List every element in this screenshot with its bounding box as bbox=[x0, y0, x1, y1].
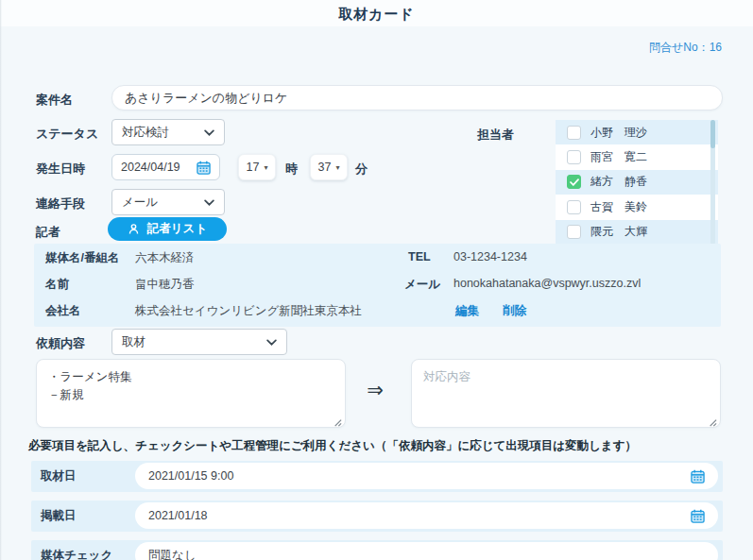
checklist-row-media-check: 媒体チェック 問題なし bbox=[31, 540, 723, 560]
assignees-label: 担当者 bbox=[477, 127, 514, 144]
request-detail-wrap: ・ラーメン特集 －新規 bbox=[36, 359, 346, 428]
occurred-date-input[interactable]: 2024/04/19 bbox=[111, 154, 220, 180]
assignee-name: 古賀 美鈴 bbox=[590, 199, 647, 215]
media-name-label: 媒体名/番組名 bbox=[45, 250, 119, 266]
assignee-name: 隈元 大輝 bbox=[590, 224, 647, 240]
calendar-icon[interactable] bbox=[691, 469, 705, 484]
coverage-date-label: 取材日 bbox=[41, 461, 77, 492]
publish-date-input[interactable]: 2021/01/18 bbox=[135, 502, 718, 529]
minute-value: 37 bbox=[318, 161, 332, 174]
assignee-name: 雨宮 寛二 bbox=[590, 149, 647, 165]
resize-handle-icon[interactable] bbox=[332, 414, 342, 424]
hour-value: 17 bbox=[247, 161, 260, 174]
minute-unit-label: 分 bbox=[355, 161, 368, 178]
company-name-label: 会社名 bbox=[45, 303, 81, 319]
chevron-down-icon bbox=[204, 195, 214, 209]
request-detail-textarea[interactable]: ・ラーメン特集 －新規 bbox=[36, 359, 346, 428]
checklist-note: 必要項目を記入し、チェックシートや工程管理にご利用ください（「依頼内容」に応じて… bbox=[28, 438, 637, 454]
reporter-label: 記者 bbox=[36, 224, 60, 241]
occurred-at-label: 発生日時 bbox=[36, 161, 85, 178]
response-detail-wrap bbox=[411, 359, 721, 428]
request-type-label: 依頼内容 bbox=[36, 335, 85, 352]
checkbox[interactable] bbox=[567, 150, 581, 164]
page-title: 取材カード bbox=[0, 6, 753, 24]
email-label: メール bbox=[404, 277, 440, 293]
chevron-down-icon bbox=[266, 335, 277, 348]
coverage-date-input[interactable]: 2021/01/15 9:00 bbox=[135, 463, 718, 489]
chevron-down-icon bbox=[204, 126, 214, 139]
dropdown-arrow-icon: ▾ bbox=[335, 163, 339, 172]
media-check-input[interactable]: 問題なし bbox=[135, 542, 718, 560]
assignee-row-4[interactable]: 隈元 大輝 bbox=[556, 220, 718, 245]
tel-value: 03-1234-1234 bbox=[454, 250, 527, 263]
arrow-right-icon: ⇒ bbox=[359, 379, 391, 401]
contact-method-value: メール bbox=[122, 195, 158, 211]
publish-date-value: 2021/01/18 bbox=[148, 509, 208, 522]
inquiry-number: 問合せNo：16 bbox=[649, 40, 722, 56]
edit-link[interactable]: 編集 bbox=[455, 303, 479, 319]
hour-unit-label: 時 bbox=[285, 161, 298, 178]
checklist-row-coverage-date: 取材日 2021/01/15 9:00 bbox=[31, 461, 723, 492]
tel-label: TEL bbox=[408, 250, 431, 263]
checkbox[interactable] bbox=[567, 225, 581, 239]
request-type-select[interactable]: 取材 bbox=[111, 329, 287, 355]
contact-method-select[interactable]: メール bbox=[111, 189, 225, 215]
hour-select[interactable]: 17 ▾ bbox=[238, 154, 276, 180]
checkbox[interactable] bbox=[567, 126, 581, 140]
minute-select[interactable]: 37 ▾ bbox=[310, 154, 348, 180]
media-info-panel: 媒体名/番組名 六本木経済 名前 畠中穂乃香 会社名 株式会社セイウンリビング新… bbox=[34, 244, 721, 327]
person-name-label: 名前 bbox=[45, 277, 69, 293]
coverage-date-value: 2021/01/15 9:00 bbox=[148, 469, 233, 483]
media-name-value: 六本木経済 bbox=[135, 250, 195, 266]
person-icon bbox=[128, 223, 140, 235]
person-name-value: 畠中穂乃香 bbox=[135, 277, 195, 293]
dropdown-arrow-icon: ▾ bbox=[264, 163, 267, 172]
company-name-value: 株式会社セイウンリビング新聞社東京本社 bbox=[135, 303, 362, 319]
assignee-row-3[interactable]: 古賀 美鈴 bbox=[556, 195, 718, 219]
case-name-value: あさりラーメンの物どりロケ bbox=[125, 90, 287, 107]
checklist-row-publish-date: 掲載日 2021/01/18 bbox=[31, 501, 723, 532]
occurred-date-value: 2024/04/19 bbox=[121, 161, 180, 174]
contact-method-label: 連絡手段 bbox=[36, 195, 85, 212]
response-detail-textarea[interactable] bbox=[411, 359, 721, 428]
assignee-name: 緒方 静香 bbox=[590, 174, 647, 190]
assignee-row-0[interactable]: 小野 理沙 bbox=[556, 120, 718, 144]
resize-handle-icon[interactable] bbox=[707, 414, 717, 424]
media-check-label: 媒体チェック bbox=[41, 540, 112, 560]
checkbox-checked[interactable] bbox=[567, 175, 581, 189]
scrollbar-track[interactable] bbox=[710, 120, 715, 245]
case-name-input[interactable]: あさりラーメンの物どりロケ bbox=[111, 85, 723, 110]
calendar-icon[interactable] bbox=[691, 509, 705, 523]
calendar-icon[interactable] bbox=[197, 161, 211, 175]
status-value: 対応検討 bbox=[122, 125, 169, 141]
assignee-list: 小野 理沙 雨宮 寛二 緒方 静香 古賀 美鈴 隈元 大輝 bbox=[556, 120, 718, 245]
email-value: honokahatanaka@vspwyr.uszzo.zvl bbox=[454, 277, 641, 290]
reporter-list-button[interactable]: 記者リスト bbox=[108, 217, 227, 241]
media-check-value: 問題なし bbox=[148, 548, 197, 560]
coverage-card-page: 取材カード 問合せNo：16 案件名 あさりラーメンの物どりロケ ステータス 対… bbox=[0, 0, 753, 560]
checkbox[interactable] bbox=[567, 200, 581, 214]
status-select[interactable]: 対応検討 bbox=[111, 119, 225, 145]
case-name-label: 案件名 bbox=[36, 92, 73, 109]
status-label: ステータス bbox=[36, 126, 98, 143]
scrollbar-thumb[interactable] bbox=[710, 120, 715, 148]
assignee-row-1[interactable]: 雨宮 寛二 bbox=[556, 144, 718, 169]
delete-link[interactable]: 削除 bbox=[503, 303, 526, 319]
assignee-row-2[interactable]: 緒方 静香 bbox=[556, 170, 718, 195]
publish-date-label: 掲載日 bbox=[41, 501, 77, 532]
reporter-list-button-label: 記者リスト bbox=[147, 221, 207, 237]
assignee-name: 小野 理沙 bbox=[590, 125, 647, 141]
request-type-value: 取材 bbox=[122, 334, 145, 350]
